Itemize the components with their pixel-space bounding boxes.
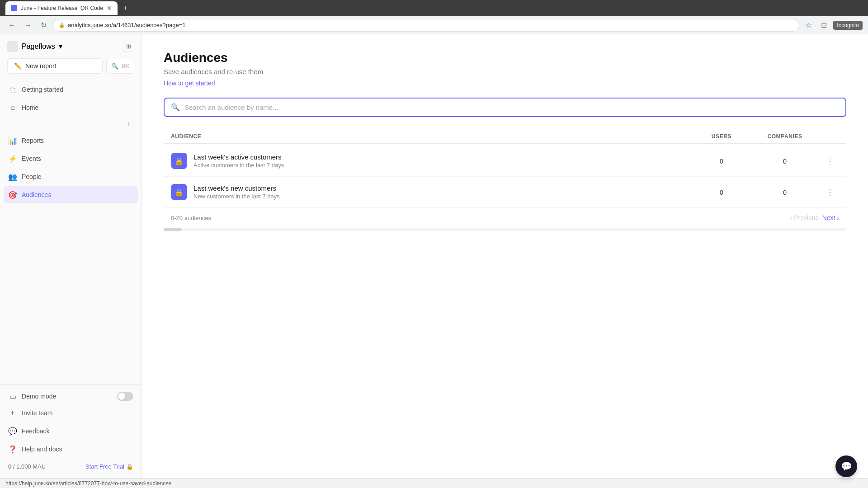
search-icon: 🔍 <box>171 103 180 112</box>
chat-button[interactable]: 💬 <box>835 455 857 477</box>
row-desc: New customers in the last 7 days <box>193 193 694 200</box>
sidebar-item-feedback[interactable]: 💬 Feedback <box>4 422 138 440</box>
row-menu-button[interactable]: ⋮ <box>822 154 838 168</box>
sidebar-logo[interactable]: Pageflows ▾ <box>7 41 62 52</box>
search-input[interactable] <box>184 103 839 111</box>
audience-icon: 🔒 <box>171 153 187 169</box>
page-title: Audiences <box>164 51 846 65</box>
people-icon: 👥 <box>8 172 17 181</box>
sidebar-item-people[interactable]: 👥 People <box>4 168 138 185</box>
sidebar-item-events[interactable]: ⚡ Events <box>4 150 138 167</box>
status-url: https://help.june.so/en/articles/6772077… <box>5 480 171 487</box>
sidebar-actions: ✏️ New report 🔍 ⌘K <box>0 58 142 79</box>
demo-mode-toggle[interactable] <box>117 392 133 401</box>
table-row[interactable]: 🔒 Last week's new customers New customer… <box>164 177 846 208</box>
app-container: Pageflows ▾ ⊞ ✏️ New report 🔍 ⌘K ◌ Getti… <box>0 34 868 478</box>
new-report-label: New report <box>25 62 56 70</box>
tab-title: June - Feature Release_QR Code <box>21 5 103 11</box>
address-text: analytics.june.so/a/14631/audiences?page… <box>68 22 186 28</box>
new-report-button[interactable]: ✏️ New report <box>7 58 103 74</box>
row-info: Last week's active customers Active cust… <box>193 153 694 169</box>
extensions-button[interactable]: ⊡ <box>818 19 830 31</box>
browser-tab[interactable]: June - Feature Release_QR Code ✕ <box>5 1 118 15</box>
scroll-thumb <box>164 228 182 231</box>
search-icon: 🔍 <box>111 63 118 70</box>
row-companies: 0 <box>749 157 821 165</box>
tab-close-button[interactable]: ✕ <box>107 5 112 12</box>
sidebar-item-getting-started[interactable]: ◌ Getting started <box>4 81 138 98</box>
new-tab-button[interactable]: + <box>123 4 128 13</box>
row-users: 0 <box>694 157 749 165</box>
new-report-icon: ✏️ <box>14 62 22 70</box>
back-button[interactable]: ← <box>5 19 18 31</box>
row-name: Last week's active customers <box>193 153 694 161</box>
sidebar-collapse-button[interactable]: ⊞ <box>123 41 134 52</box>
audiences-icon: 🎯 <box>8 190 17 199</box>
chat-icon: 💬 <box>841 461 852 472</box>
row-info: Last week's new customers New customers … <box>193 184 694 200</box>
row-menu-button[interactable]: ⋮ <box>822 185 838 199</box>
trial-lock-icon: 🔒 <box>126 463 133 470</box>
bookmark-button[interactable]: ☆ <box>803 19 815 31</box>
horizontal-scrollbar[interactable] <box>164 228 846 231</box>
forward-button[interactable]: → <box>22 19 34 31</box>
logo-text: Pageflows <box>22 42 55 51</box>
row-menu: ⋮ <box>821 154 839 168</box>
mau-bar: 0 / 1,000 MAU Start Free Trial 🔒 <box>4 459 138 474</box>
events-label: Events <box>22 155 41 162</box>
reports-icon: 📊 <box>8 136 17 145</box>
sidebar-item-reports[interactable]: 📊 Reports <box>4 132 138 149</box>
start-trial-button[interactable]: Start Free Trial 🔒 <box>85 463 133 470</box>
sidebar-item-help[interactable]: ❓ Help and docs <box>4 441 138 458</box>
feedback-icon: 💬 <box>8 427 17 436</box>
browser-chrome: June - Feature Release_QR Code ✕ + <box>0 0 868 16</box>
main-content: Audiences Save audiences and re-use them… <box>142 34 868 478</box>
sidebar-item-audiences[interactable]: 🎯 Audiences <box>4 186 138 203</box>
pagination: ‹ Previous Next › <box>790 214 839 221</box>
table-header: AUDIENCE USERS COMPANIES <box>164 130 846 144</box>
next-button[interactable]: Next › <box>822 214 839 221</box>
row-desc: Active customers in the last 7 days <box>193 162 694 169</box>
demo-icon: ▭ <box>8 392 17 401</box>
sidebar-item-invite-team[interactable]: + Invite team <box>4 404 138 422</box>
getting-started-label: Getting started <box>22 86 63 93</box>
row-users: 0 <box>694 188 749 196</box>
col-header-users: USERS <box>694 133 749 140</box>
sidebar-bottom: ▭ Demo mode + Invite team 💬 Feedback ❓ H… <box>0 384 142 478</box>
sidebar-nav: ◌ Getting started ⌂ Home + 📊 Reports ⚡ E… <box>0 79 142 384</box>
tab-favicon <box>11 5 17 11</box>
sidebar: Pageflows ▾ ⊞ ✏️ New report 🔍 ⌘K ◌ Getti… <box>0 34 142 478</box>
previous-button: ‹ Previous <box>790 214 819 221</box>
status-bar: https://help.june.so/en/articles/6772077… <box>0 478 868 488</box>
demo-mode-row[interactable]: ▭ Demo mode <box>4 388 138 404</box>
help-icon: ❓ <box>8 445 17 454</box>
browser-controls: ← → ↻ 🔒 analytics.june.so/a/14631/audien… <box>0 16 868 34</box>
address-bar[interactable]: 🔒 analytics.june.so/a/14631/audiences?pa… <box>53 19 799 32</box>
page-subtitle: Save audiences and re-use them <box>164 68 846 75</box>
help-link[interactable]: How to get started <box>164 80 215 87</box>
mau-text: 0 / 1,000 MAU <box>8 463 46 470</box>
feedback-label: Feedback <box>22 427 49 435</box>
invite-icon: + <box>8 408 17 418</box>
logo-chevron-icon: ▾ <box>59 42 62 51</box>
row-name: Last week's new customers <box>193 184 694 192</box>
getting-started-icon: ◌ <box>8 85 17 94</box>
events-icon: ⚡ <box>8 154 17 163</box>
reports-label: Reports <box>22 137 44 144</box>
incognito-button[interactable]: Incognito <box>833 21 863 30</box>
table-row[interactable]: 🔒 Last week's active customers Active cu… <box>164 145 846 177</box>
search-button[interactable]: 🔍 ⌘K <box>106 59 134 74</box>
demo-mode-label: Demo mode <box>22 393 56 400</box>
reload-button[interactable]: ↻ <box>38 19 49 31</box>
lock-icon: 🔒 <box>175 188 184 197</box>
sidebar-item-home[interactable]: ⌂ Home <box>4 99 138 116</box>
col-header-audience: AUDIENCE <box>171 133 694 140</box>
start-trial-label: Start Free Trial <box>85 463 124 470</box>
logo-icon <box>7 41 18 52</box>
sidebar-header: Pageflows ▾ ⊞ <box>0 34 142 58</box>
footer-count: 0-20 audiences <box>171 215 211 221</box>
invite-team-label: Invite team <box>22 409 52 417</box>
add-report-button[interactable]: + <box>123 119 133 130</box>
row-companies: 0 <box>749 188 821 196</box>
audiences-label: Audiences <box>22 191 51 198</box>
